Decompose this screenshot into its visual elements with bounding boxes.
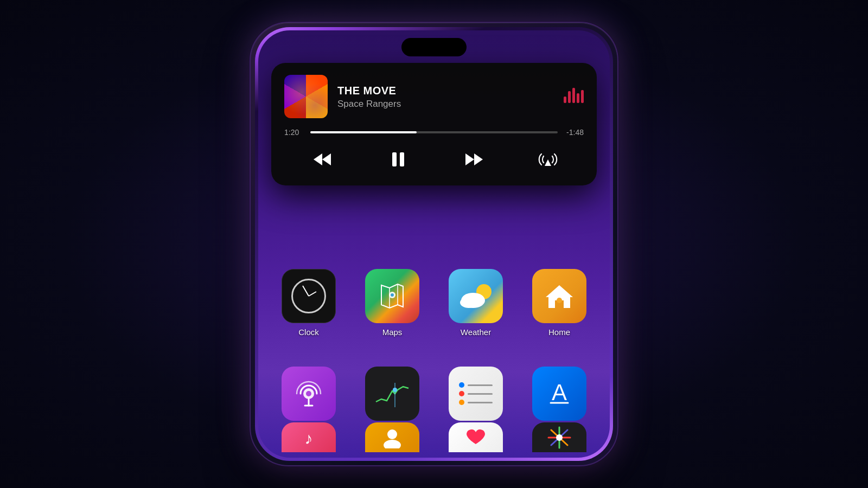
reminder-dot-blue [459, 382, 464, 388]
pause-button[interactable] [384, 145, 412, 174]
app-item-maps[interactable]: Maps [355, 269, 430, 337]
stocks-icon [373, 380, 411, 407]
podcasts-app-icon [282, 367, 336, 421]
svg-marker-4 [465, 153, 474, 165]
svg-point-15 [306, 391, 311, 396]
itunes-app-icon: ♪ [282, 422, 336, 452]
rewind-icon [312, 149, 333, 170]
maps-app-label: Maps [382, 328, 403, 337]
pause-icon [388, 149, 409, 170]
svg-marker-5 [474, 153, 483, 165]
progress-row: 1:20 -1:48 [284, 128, 584, 137]
home-icon [543, 280, 576, 312]
contacts-app-icon [365, 422, 419, 452]
reminder-dot-red [459, 391, 464, 396]
phone-container: THE MOVE Space Rangers 1:20 [250, 22, 618, 466]
contacts-icon [379, 427, 406, 448]
app-grid-row1: Clock Maps [271, 269, 597, 337]
svg-marker-0 [314, 153, 322, 165]
progress-fill [310, 131, 417, 133]
weather-app-icon [449, 269, 503, 323]
svg-marker-1 [322, 153, 331, 165]
phone-screen: THE MOVE Space Rangers 1:20 [258, 30, 610, 458]
waveform-bar-3 [572, 88, 575, 103]
waveform-bar-5 [581, 90, 584, 103]
now-playing-card: THE MOVE Space Rangers 1:20 [271, 63, 597, 185]
svg-point-19 [393, 388, 397, 392]
health-icon [462, 427, 489, 448]
itunes-icon: ♪ [295, 427, 322, 448]
app-item-contacts[interactable] [355, 422, 430, 452]
podcasts-icon [292, 377, 325, 410]
appstore-icon: A [542, 377, 576, 410]
reminder-line-1 [468, 384, 493, 386]
svg-marker-12 [546, 285, 573, 308]
clock-app-icon [282, 269, 336, 323]
reminder-line-2 [468, 393, 493, 395]
time-remaining: -1:48 [564, 128, 584, 137]
svg-text:♪: ♪ [305, 429, 313, 447]
photos-app-icon [532, 422, 586, 452]
maps-icon [376, 280, 409, 312]
track-title: THE MOVE [337, 84, 554, 97]
reminder-dot-orange [459, 400, 464, 405]
weather-icon [457, 280, 495, 312]
track-artist: Space Rangers [337, 99, 554, 110]
home-app-label: Home [548, 328, 570, 337]
waveform-bar-2 [568, 91, 571, 103]
reminders-app-icon [449, 367, 503, 421]
maps-app-icon [365, 269, 419, 323]
reminder-line-3 [468, 402, 493, 403]
phone-bezel: THE MOVE Space Rangers 1:20 [255, 27, 613, 461]
forward-icon [464, 149, 484, 170]
app-item-itunes[interactable]: ♪ [271, 422, 346, 452]
reminders-list [457, 380, 495, 407]
reminder-row-1 [459, 382, 493, 388]
home-app-icon [532, 269, 586, 323]
forward-button[interactable] [460, 145, 488, 174]
svg-point-13 [557, 298, 562, 303]
app-item-home[interactable]: Home [522, 269, 597, 337]
svg-marker-6 [545, 159, 551, 166]
dynamic-island [401, 38, 467, 56]
waveform-bar-1 [564, 97, 566, 103]
svg-point-8 [391, 293, 394, 297]
track-info: THE MOVE Space Rangers [337, 84, 554, 110]
airplay-icon [538, 150, 558, 169]
reminder-row-3 [459, 400, 493, 405]
waveform-icon [564, 88, 584, 105]
stocks-app-icon [365, 367, 419, 421]
controls-row [284, 145, 584, 174]
photos-icon [546, 426, 573, 449]
svg-point-24 [384, 440, 401, 448]
waveform-bar-4 [577, 93, 579, 103]
svg-point-29 [556, 434, 563, 441]
airplay-button[interactable] [536, 147, 560, 171]
reminder-row-2 [459, 391, 493, 396]
app-item-weather[interactable]: Weather [438, 269, 513, 337]
weather-app-label: Weather [461, 328, 491, 337]
phone-frame: THE MOVE Space Rangers 1:20 [250, 22, 618, 466]
svg-point-11 [460, 297, 477, 308]
progress-track[interactable] [310, 131, 558, 133]
app-item-health[interactable] [438, 422, 513, 452]
album-art [284, 75, 328, 118]
svg-rect-2 [392, 152, 397, 166]
clock-app-label: Clock [298, 328, 319, 337]
svg-text:A: A [552, 380, 567, 405]
now-playing-top: THE MOVE Space Rangers [284, 75, 584, 118]
app-item-clock[interactable]: Clock [271, 269, 346, 337]
time-current: 1:20 [284, 128, 304, 137]
health-app-icon [449, 422, 503, 452]
appstore-app-icon: A [532, 367, 586, 421]
app-grid-row3: ♪ [271, 422, 597, 452]
rewind-button[interactable] [308, 145, 336, 174]
app-item-photos[interactable] [522, 422, 597, 452]
svg-point-23 [387, 429, 397, 439]
clock-face [291, 279, 326, 313]
svg-rect-3 [400, 152, 404, 166]
